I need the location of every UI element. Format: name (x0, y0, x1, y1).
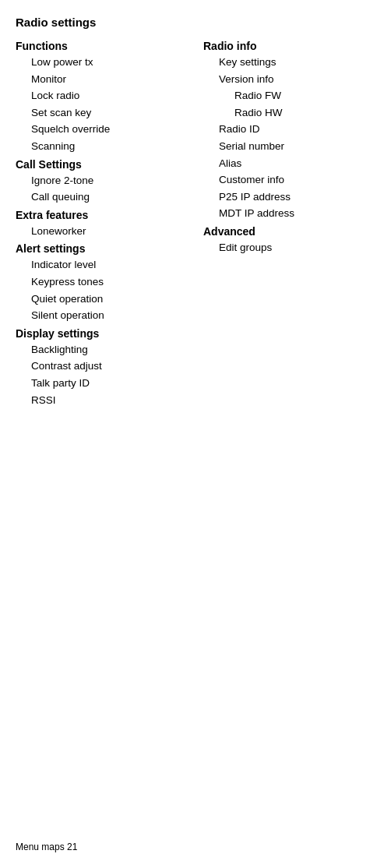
list-item[interactable]: Silent operation (16, 307, 188, 324)
list-item[interactable]: Scanning (16, 138, 188, 155)
list-item[interactable]: Alias (203, 155, 375, 172)
list-item[interactable]: Call queuing (16, 189, 188, 206)
list-item[interactable]: Talk party ID (16, 375, 188, 392)
list-item[interactable]: Indicator level (16, 256, 188, 273)
list-item[interactable]: Keypress tones (16, 273, 188, 291)
list-item[interactable]: Backlighting (16, 341, 188, 358)
list-item[interactable]: Radio FW (203, 87, 375, 104)
list-item[interactable]: Lock radio (16, 87, 188, 104)
left-column: Functions Low power tx Monitor Lock radi… (16, 37, 196, 408)
page-footer: Menu maps 21 (16, 842, 77, 852)
list-item[interactable]: Key settings (203, 54, 375, 71)
list-item[interactable]: Loneworker (16, 223, 188, 240)
list-item[interactable]: Version info (203, 71, 375, 88)
section-header-call-settings: Call Settings (16, 158, 188, 171)
list-item[interactable]: Radio HW (203, 104, 375, 122)
list-item[interactable]: Radio ID (203, 121, 375, 138)
list-item[interactable]: Squelch override (16, 121, 188, 138)
section-header-alert-settings: Alert settings (16, 242, 188, 255)
list-item[interactable]: Edit groups (203, 239, 375, 256)
list-item[interactable]: Low power tx (16, 54, 188, 71)
page-title: Radio settings (16, 16, 375, 29)
list-item[interactable]: Customer info (203, 171, 375, 189)
section-header-extra-features: Extra features (16, 209, 188, 221)
list-item[interactable]: Quiet operation (16, 291, 188, 308)
list-item[interactable]: MDT IP address (203, 205, 375, 222)
list-item[interactable]: RSSI (16, 392, 188, 409)
section-header-advanced: Advanced (203, 225, 375, 238)
page-container: Radio settings Functions Low power tx Mo… (0, 0, 391, 868)
right-column: Radio info Key settings Version info Rad… (196, 37, 375, 408)
section-header-functions: Functions (16, 40, 188, 52)
section-header-radio-info: Radio info (203, 40, 375, 52)
section-header-display-settings: Display settings (16, 327, 188, 340)
list-item[interactable]: P25 IP address (203, 189, 375, 206)
list-item[interactable]: Serial number (203, 138, 375, 155)
list-item[interactable]: Set scan key (16, 104, 188, 122)
list-item[interactable]: Contrast adjust (16, 358, 188, 375)
two-column-layout: Functions Low power tx Monitor Lock radi… (16, 37, 375, 408)
list-item[interactable]: Monitor (16, 71, 188, 88)
list-item[interactable]: Ignore 2-tone (16, 172, 188, 189)
